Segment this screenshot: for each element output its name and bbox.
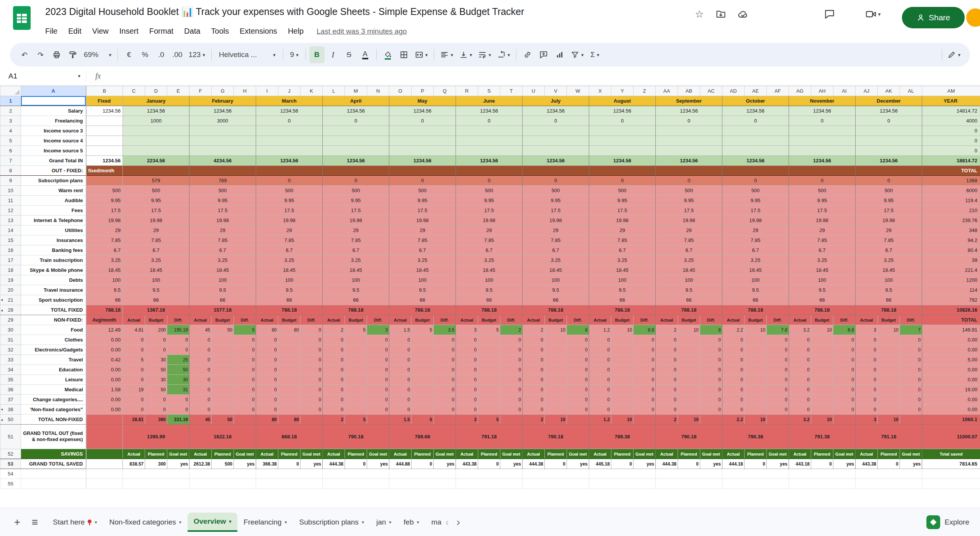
cell[interactable]: 0 <box>301 385 323 395</box>
cell[interactable]: 0 <box>256 375 278 385</box>
cell[interactable]: 0.00 <box>922 365 980 375</box>
cell[interactable]: 10 <box>878 325 900 335</box>
insert-link-button[interactable] <box>520 46 535 63</box>
cell[interactable]: 18.45 <box>389 265 456 275</box>
cell[interactable]: 14814.72 <box>922 106 980 116</box>
cell[interactable]: 0 <box>323 405 345 415</box>
cell[interactable]: 19.98 <box>589 216 656 226</box>
cell[interactable]: 788.18 <box>256 305 323 315</box>
cell[interactable]: 119.4 <box>922 196 980 206</box>
format-currency-button[interactable]: € <box>121 46 137 63</box>
cell[interactable]: 9.95 <box>589 196 656 206</box>
cell[interactable]: Subscription plans <box>21 176 86 186</box>
menu-insert[interactable]: Insert <box>114 24 144 39</box>
cell[interactable]: 1234.56 <box>722 106 789 116</box>
cell[interactable] <box>256 469 323 479</box>
cell[interactable] <box>678 345 700 355</box>
cell[interactable] <box>678 365 700 375</box>
row-number[interactable]: 34 <box>0 365 21 375</box>
cell[interactable]: 19.98 <box>523 216 589 226</box>
cell[interactable]: 1200 <box>922 275 980 285</box>
cell[interactable]: 1234.56 <box>856 156 922 166</box>
cell[interactable] <box>567 415 589 425</box>
cell[interactable]: 50 <box>167 365 189 375</box>
cell[interactable]: 9.5 <box>256 285 323 295</box>
cell[interactable]: 10 <box>811 415 833 425</box>
cell[interactable]: 0 <box>301 365 323 375</box>
column-header-u[interactable]: U <box>523 86 545 96</box>
row-number[interactable]: 19 <box>0 275 21 285</box>
column-header-ag[interactable]: AG <box>789 86 811 96</box>
cell[interactable]: 10 <box>745 415 767 425</box>
cell[interactable] <box>412 405 434 415</box>
cell[interactable]: April <box>323 96 389 106</box>
cell[interactable] <box>456 126 523 136</box>
cell[interactable] <box>256 166 323 176</box>
cell[interactable]: 9.5 <box>86 285 123 295</box>
cell[interactable]: Goal met <box>167 449 189 459</box>
cell[interactable]: December <box>856 96 922 106</box>
cell[interactable]: 0 <box>656 365 678 375</box>
cell[interactable]: 2 <box>323 415 345 425</box>
cell[interactable]: 0 <box>856 395 878 405</box>
row-number[interactable]: 8 <box>0 166 21 176</box>
cell[interactable]: 0 <box>767 365 789 375</box>
cell[interactable]: Income source 3 <box>21 126 86 136</box>
cell[interactable] <box>323 136 389 146</box>
cell[interactable]: 0 <box>256 365 278 375</box>
cell[interactable] <box>745 385 767 395</box>
cell[interactable]: 444.88 <box>389 459 412 469</box>
zoom-select[interactable]: 69% ▾ <box>81 46 114 63</box>
cell[interactable]: 0 <box>523 355 545 365</box>
cell[interactable]: Goal met <box>900 449 922 459</box>
cell[interactable]: 0 <box>700 385 722 395</box>
cell[interactable]: Budget <box>611 315 634 325</box>
row-number[interactable]: 32 <box>0 345 21 355</box>
row-number[interactable]: 50▴ <box>0 415 21 425</box>
cell[interactable]: 19.98 <box>722 216 789 226</box>
cell[interactable]: 66 <box>256 295 323 305</box>
cell[interactable]: 0 <box>301 395 323 405</box>
cell[interactable]: Actual <box>789 315 811 325</box>
cell[interactable]: 0 <box>545 459 567 469</box>
cell[interactable]: 50 <box>145 385 167 395</box>
cell[interactable]: Budget <box>145 315 167 325</box>
cell[interactable]: 0 <box>523 335 545 345</box>
cell[interactable]: Diff. <box>567 315 589 325</box>
cell[interactable]: 1234.56 <box>722 156 789 166</box>
row-number[interactable]: 51 <box>0 425 21 449</box>
functions-button[interactable]: Σ ▾ <box>587 46 603 63</box>
cell[interactable]: 0.00 <box>86 375 123 385</box>
column-header-ae[interactable]: AE <box>745 86 767 96</box>
row-number[interactable]: 33 <box>0 355 21 365</box>
cell[interactable]: 0.00 <box>86 395 123 405</box>
cell[interactable] <box>478 375 500 385</box>
cell[interactable] <box>256 146 323 156</box>
cell[interactable] <box>456 479 523 489</box>
cell[interactable] <box>301 415 323 425</box>
cell[interactable]: 17.5 <box>123 206 189 216</box>
column-header-am[interactable]: AM <box>922 86 980 96</box>
cell[interactable]: 0 <box>767 385 789 395</box>
cell[interactable]: 1234.56 <box>86 156 123 166</box>
cell[interactable]: 1577.18 <box>189 305 256 315</box>
cell[interactable] <box>745 375 767 385</box>
cell[interactable]: Goal met <box>767 449 789 459</box>
cell[interactable]: 8 <box>567 325 589 335</box>
cell[interactable]: 3.25 <box>722 255 789 265</box>
cell[interactable]: Food <box>21 325 86 335</box>
cell[interactable]: 790.38 <box>722 425 789 449</box>
cell[interactable]: 9.95 <box>856 196 922 206</box>
cell[interactable]: 2 <box>323 325 345 335</box>
cell[interactable]: 0 <box>367 385 389 395</box>
cell[interactable]: 18.45 <box>789 265 856 275</box>
sheet-tab-subscription-plans[interactable]: Subscription plans▾ <box>293 513 370 532</box>
menu-edit[interactable]: Edit <box>63 24 87 39</box>
cell[interactable]: yes <box>700 459 722 469</box>
cell[interactable]: Goal met <box>434 449 456 459</box>
cell[interactable]: Diff. <box>367 315 389 325</box>
cell[interactable]: 29 <box>256 226 323 235</box>
cell[interactable]: 66 <box>189 295 256 305</box>
cell[interactable]: 7.85 <box>86 235 123 245</box>
cell[interactable] <box>611 345 634 355</box>
